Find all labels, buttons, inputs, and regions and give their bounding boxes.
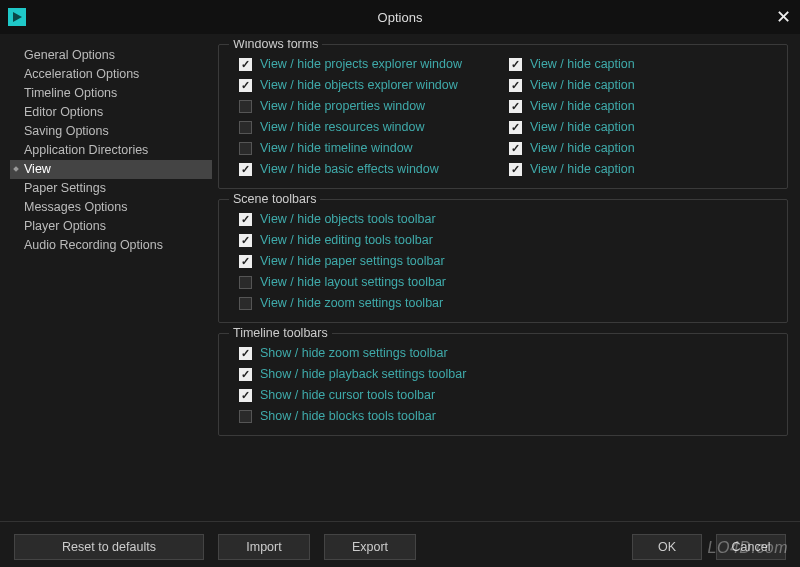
group-windows-forms: Windows forms View / hide projects explo…	[218, 44, 788, 189]
export-button[interactable]: Export	[324, 534, 416, 560]
content-panel: Windows forms View / hide projects explo…	[216, 40, 790, 514]
checkbox-label[interactable]: View / hide caption	[530, 57, 635, 71]
cancel-button[interactable]: Cancel	[716, 534, 786, 560]
checkbox[interactable]	[509, 163, 522, 176]
checkbox-row: Show / hide playback settings toolbar	[239, 364, 775, 384]
checkbox-row: View / hide timeline window	[239, 138, 509, 158]
checkbox-row: View / hide caption	[509, 117, 775, 137]
checkbox-label[interactable]: Show / hide playback settings toolbar	[260, 367, 466, 381]
group-title: Scene toolbars	[229, 192, 320, 206]
checkbox[interactable]	[239, 58, 252, 71]
reset-button[interactable]: Reset to defaults	[14, 534, 204, 560]
footer: Reset to defaults Import Export OK Cance…	[0, 521, 800, 561]
import-button[interactable]: Import	[218, 534, 310, 560]
checkbox[interactable]	[239, 276, 252, 289]
checkbox[interactable]	[239, 297, 252, 310]
checkbox-label[interactable]: View / hide editing tools toolbar	[260, 233, 433, 247]
checkbox-row: View / hide layout settings toolbar	[239, 272, 775, 292]
checkbox-label[interactable]: View / hide caption	[530, 78, 635, 92]
checkbox[interactable]	[509, 142, 522, 155]
sidebar-item[interactable]: Player Options	[10, 217, 212, 236]
group-title: Timeline toolbars	[229, 326, 332, 340]
checkbox-label[interactable]: View / hide paper settings toolbar	[260, 254, 445, 268]
titlebar: Options ✕	[0, 0, 800, 34]
sidebar-item[interactable]: Acceleration Options	[10, 65, 212, 84]
checkbox-row: View / hide caption	[509, 96, 775, 116]
svg-marker-0	[13, 12, 22, 22]
checkbox-label[interactable]: Show / hide blocks tools toolbar	[260, 409, 436, 423]
sidebar: General OptionsAcceleration OptionsTimel…	[6, 40, 216, 514]
checkbox[interactable]	[239, 100, 252, 113]
checkbox-row: Show / hide zoom settings toolbar	[239, 343, 775, 363]
checkbox-label[interactable]: View / hide caption	[530, 162, 635, 176]
checkbox-label[interactable]: Show / hide cursor tools toolbar	[260, 388, 435, 402]
sidebar-item[interactable]: Audio Recording Options	[10, 236, 212, 255]
checkbox-row: View / hide objects tools toolbar	[239, 209, 775, 229]
checkbox[interactable]	[239, 410, 252, 423]
sidebar-item[interactable]: Editor Options	[10, 103, 212, 122]
checkbox-label[interactable]: View / hide caption	[530, 99, 635, 113]
checkbox-label[interactable]: View / hide objects tools toolbar	[260, 212, 436, 226]
sidebar-item[interactable]: Application Directories	[10, 141, 212, 160]
checkbox-row: Show / hide blocks tools toolbar	[239, 406, 775, 426]
checkbox-row: View / hide caption	[509, 54, 775, 74]
checkbox[interactable]	[239, 121, 252, 134]
checkbox-row: View / hide editing tools toolbar	[239, 230, 775, 250]
checkbox[interactable]	[239, 142, 252, 155]
group-timeline-toolbars: Timeline toolbars Show / hide zoom setti…	[218, 333, 788, 436]
checkbox-row: View / hide caption	[509, 75, 775, 95]
group-scene-toolbars: Scene toolbars View / hide objects tools…	[218, 199, 788, 323]
checkbox-label[interactable]: View / hide resources window	[260, 120, 424, 134]
sidebar-item[interactable]: General Options	[10, 46, 212, 65]
sidebar-item[interactable]: Timeline Options	[10, 84, 212, 103]
checkbox[interactable]	[239, 389, 252, 402]
checkbox[interactable]	[509, 100, 522, 113]
checkbox-row: View / hide objects explorer window	[239, 75, 509, 95]
checkbox[interactable]	[239, 347, 252, 360]
checkbox[interactable]	[509, 79, 522, 92]
ok-button[interactable]: OK	[632, 534, 702, 560]
checkbox[interactable]	[239, 368, 252, 381]
checkbox-label[interactable]: View / hide zoom settings toolbar	[260, 296, 443, 310]
checkbox[interactable]	[239, 255, 252, 268]
checkbox[interactable]	[509, 58, 522, 71]
checkbox-row: View / hide properties window	[239, 96, 509, 116]
checkbox-row: Show / hide cursor tools toolbar	[239, 385, 775, 405]
checkbox[interactable]	[239, 79, 252, 92]
checkbox-row: View / hide resources window	[239, 117, 509, 137]
checkbox-label[interactable]: View / hide properties window	[260, 99, 425, 113]
checkbox-row: View / hide caption	[509, 138, 775, 158]
checkbox[interactable]	[239, 234, 252, 247]
checkbox[interactable]	[239, 163, 252, 176]
group-title: Windows forms	[229, 40, 322, 51]
sidebar-item[interactable]: Paper Settings	[10, 179, 212, 198]
app-icon	[8, 8, 26, 26]
sidebar-item[interactable]: Saving Options	[10, 122, 212, 141]
window-title: Options	[0, 10, 800, 25]
checkbox-row: View / hide zoom settings toolbar	[239, 293, 775, 313]
checkbox-label[interactable]: View / hide basic effects window	[260, 162, 439, 176]
checkbox-row: View / hide caption	[509, 159, 775, 179]
checkbox-label[interactable]: View / hide projects explorer window	[260, 57, 462, 71]
checkbox-label[interactable]: View / hide caption	[530, 141, 635, 155]
sidebar-item[interactable]: View	[10, 160, 212, 179]
close-icon[interactable]: ✕	[774, 8, 792, 26]
checkbox-row: View / hide paper settings toolbar	[239, 251, 775, 271]
checkbox-label[interactable]: Show / hide zoom settings toolbar	[260, 346, 448, 360]
checkbox-row: View / hide basic effects window	[239, 159, 509, 179]
checkbox-label[interactable]: View / hide layout settings toolbar	[260, 275, 446, 289]
checkbox-label[interactable]: View / hide objects explorer window	[260, 78, 458, 92]
sidebar-item[interactable]: Messages Options	[10, 198, 212, 217]
checkbox[interactable]	[239, 213, 252, 226]
checkbox-row: View / hide projects explorer window	[239, 54, 509, 74]
checkbox[interactable]	[509, 121, 522, 134]
checkbox-label[interactable]: View / hide timeline window	[260, 141, 413, 155]
checkbox-label[interactable]: View / hide caption	[530, 120, 635, 134]
